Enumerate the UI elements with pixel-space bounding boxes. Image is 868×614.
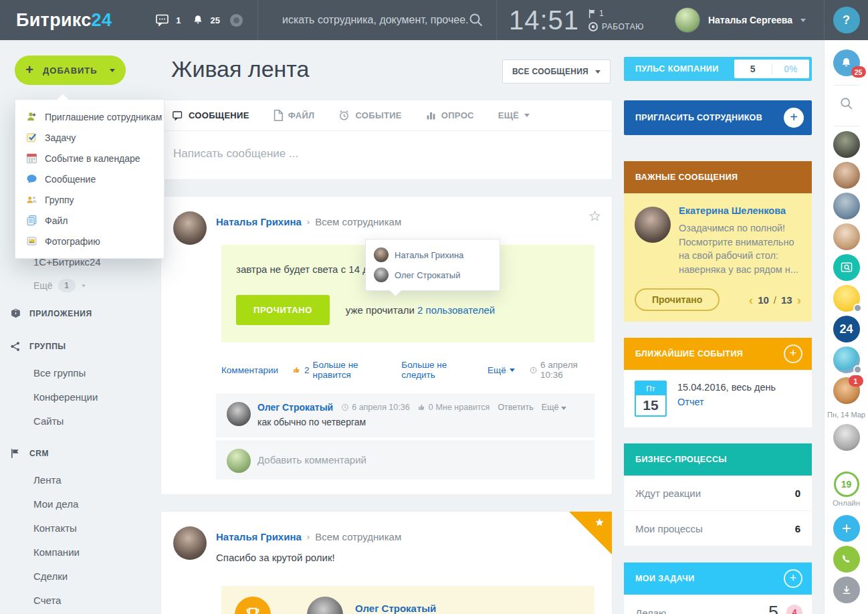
bp-row-my-processes[interactable]: Мои процессы 6 [624, 511, 812, 546]
tooltip-user-row[interactable]: Олег Строкатый [374, 265, 492, 285]
rail-notifications[interactable]: 25 [833, 49, 860, 76]
event-row[interactable]: Пт 15 15.04.2016, весь день Отчет [624, 370, 812, 427]
comment-like[interactable]: 0 Мне нравится [418, 403, 490, 412]
comment-text: как обычно по четвергам [257, 417, 584, 427]
sidebar-section-apps[interactable]: ПРИЛОЖЕНИЯ [9, 308, 92, 319]
rail-contact-assistant[interactable]: 1 [833, 377, 860, 404]
b24-badge: 24 [833, 316, 860, 342]
add-task-button[interactable]: + [784, 569, 802, 588]
post-author-link[interactable]: Наталья Грихина [216, 531, 302, 542]
read-users-link[interactable]: 2 пользователей [417, 304, 495, 316]
avatar [833, 223, 860, 250]
avatar[interactable] [227, 402, 251, 426]
invite-label: ПРИГЛАСИТЬ СОТРУДНИКОВ [635, 113, 762, 122]
post-audience[interactable]: Всем сотрудникам [315, 531, 401, 542]
flag-row[interactable]: 1 [588, 9, 644, 18]
rail-call-button[interactable] [833, 546, 860, 573]
search-icon[interactable] [468, 12, 484, 28]
company-pulse-widget[interactable]: ПУЛЬС КОМПАНИИ 5 0% [624, 57, 812, 81]
post-author-link[interactable]: Наталья Грихина [216, 216, 302, 227]
sidebar-item-sites[interactable]: Сайты [33, 415, 64, 427]
avatar[interactable] [173, 211, 207, 245]
rail-contact[interactable] [833, 223, 860, 250]
sidebar-item-contacts[interactable]: Контакты [33, 522, 77, 534]
pulse-gauge-icon[interactable] [230, 14, 243, 27]
menu-item-photo[interactable]: Фотографию [15, 231, 164, 251]
tab-message[interactable]: СООБЩЕНИЕ [172, 110, 249, 121]
rail-add-button[interactable] [833, 515, 860, 542]
rail-contact-cartoon[interactable] [833, 346, 860, 373]
award-recipient-link[interactable]: Олег Строкатый [355, 603, 468, 614]
composer-input[interactable]: Написать сообщение ... [161, 131, 612, 179]
prev-page-arrow[interactable]: ‹ [749, 294, 753, 306]
rail-preview-button[interactable] [833, 254, 860, 281]
sidebar-item-my-activities[interactable]: Мои дела [33, 498, 78, 510]
menu-item-message[interactable]: Сообщение [15, 169, 164, 189]
menu-item-calendar-event[interactable]: Событие в календаре [15, 148, 164, 169]
avatar[interactable] [635, 207, 671, 243]
rail-search[interactable] [833, 90, 860, 117]
tab-event[interactable]: СОБЫТИЕ [338, 110, 401, 121]
next-page-arrow[interactable]: › [797, 294, 801, 306]
chat-icon[interactable] [156, 14, 170, 27]
unfollow-link[interactable]: Больше не следить [401, 360, 473, 380]
favorite-star-icon[interactable] [588, 210, 601, 222]
online-indicator[interactable]: 19 Онлайн [833, 472, 860, 507]
comment-author-link[interactable]: Олег Строкатый [257, 402, 333, 413]
user-menu[interactable]: Наталья Сергеева [675, 7, 806, 33]
comment-reply-link[interactable]: Ответить [498, 403, 533, 412]
sidebar-section-groups[interactable]: ГРУППЫ [9, 341, 66, 352]
sidebar-item-companies[interactable]: Компании [33, 546, 80, 558]
sidebar-item-conferences[interactable]: Конференции [33, 391, 98, 403]
tab-poll[interactable]: ОПРОС [426, 110, 474, 120]
add-button[interactable]: + ДОБАВИТЬ [15, 56, 126, 85]
sidebar-item-invoices[interactable]: Счета [33, 595, 61, 606]
menu-item-invite-employees[interactable]: Приглашение сотрудникам [15, 106, 164, 127]
record-status-icon [588, 22, 598, 31]
tab-more[interactable]: ЕЩЁ [498, 110, 530, 120]
sidebar-item-deals[interactable]: Сделки [33, 571, 68, 582]
like-count: 2 [304, 365, 310, 375]
logo[interactable]: Битрикс24 [16, 10, 112, 31]
filter-label: ВСЕ СООБЩЕНИЯ [512, 67, 588, 76]
important-author-link[interactable]: Екатерина Шеленкова [679, 205, 801, 216]
sidebar-item-all-groups[interactable]: Все группы [33, 367, 86, 379]
rail-contact-smiley[interactable] [833, 285, 860, 312]
help-button[interactable]: ? [833, 7, 860, 33]
bell-icon[interactable] [192, 13, 204, 27]
mark-read-button[interactable]: Прочитано [635, 288, 720, 311]
feed-filter-button[interactable]: ВСЕ СООБЩЕНИЯ [502, 60, 611, 84]
menu-item-file[interactable]: Файл [15, 210, 164, 231]
post-audience[interactable]: Всем сотрудникам [315, 216, 401, 227]
unlike-link[interactable]: 2 Больше не нравится [293, 360, 387, 380]
more-link[interactable]: Ещё [487, 365, 515, 375]
rail-download-button[interactable] [833, 577, 860, 603]
sidebar-section-crm[interactable]: CRM [9, 448, 49, 459]
rail-contact[interactable] [833, 424, 860, 451]
task-row-doing[interactable]: Делаю 5 4 [624, 595, 812, 614]
add-event-button[interactable]: + [784, 344, 802, 363]
rail-bitrix24-channel[interactable]: 24 [833, 316, 860, 342]
rail-contact[interactable] [833, 162, 860, 189]
sidebar-item-feed[interactable]: Лента [33, 474, 62, 486]
tab-file[interactable]: ФАЙЛ [274, 110, 315, 121]
menu-item-task[interactable]: Задачу [15, 127, 164, 148]
menu-item-group[interactable]: Группу [15, 189, 164, 210]
bp-row-awaiting[interactable]: Ждут реакции 0 [624, 476, 812, 511]
menu-item-label: Событие в календаре [45, 153, 140, 164]
invite-employees-button[interactable]: ПРИГЛАСИТЬ СОТРУДНИКОВ + [624, 100, 812, 135]
read-confirm-button[interactable]: ПРОЧИТАНО [236, 295, 330, 325]
tooltip-user-row[interactable]: Наталья Грихина [374, 245, 492, 265]
event-link[interactable]: Отчет [677, 397, 776, 407]
time-panel[interactable]: 14:51 1 РАБОТАЮ [497, 5, 657, 35]
work-status[interactable]: РАБОТАЮ [588, 22, 644, 31]
search-input[interactable] [282, 14, 468, 26]
rail-contact[interactable] [833, 193, 860, 219]
comments-link[interactable]: Комментарии [221, 365, 278, 375]
avatar[interactable] [173, 526, 207, 560]
sidebar-more[interactable]: Ещё 1 [33, 279, 86, 292]
avatar[interactable] [307, 597, 343, 614]
comment-more-link[interactable]: Ещё [542, 403, 566, 412]
rail-contact[interactable] [833, 131, 860, 158]
add-comment-input[interactable]: Добавить комментарий [257, 449, 584, 471]
